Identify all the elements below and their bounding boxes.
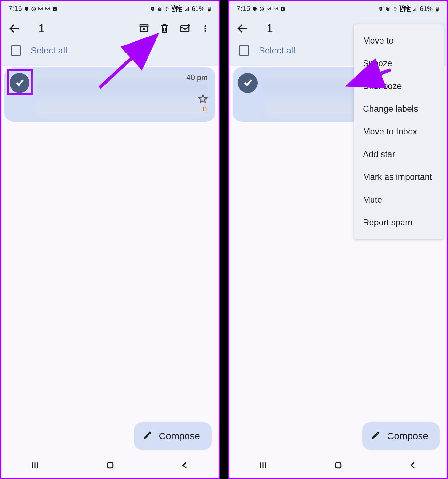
system-nav-bar <box>1 453 219 478</box>
svg-point-16 <box>204 25 206 27</box>
more-button[interactable] <box>197 20 213 37</box>
pencil-icon <box>371 430 381 442</box>
svg-rect-7 <box>186 9 187 11</box>
whatsapp-icon <box>31 5 36 12</box>
status-time: 7:15 <box>236 4 250 13</box>
annotation-highlight <box>7 69 33 95</box>
whatsapp-icon <box>259 5 264 12</box>
volte-icon: Vo)LTE <box>171 6 183 11</box>
nav-back-icon[interactable] <box>180 460 190 471</box>
m-icon-2 <box>273 5 278 12</box>
svg-rect-30 <box>417 7 417 11</box>
select-all-label: Select all <box>31 45 67 56</box>
battery-icon <box>435 5 440 12</box>
volte-icon: Vo)LTE <box>399 6 411 11</box>
svg-rect-32 <box>436 9 438 11</box>
picture-icon <box>280 5 285 12</box>
svg-rect-29 <box>416 8 416 11</box>
svg-point-21 <box>253 7 257 11</box>
phone-left: 7:15 <box>0 0 220 479</box>
annotation-arrow-more <box>87 33 167 99</box>
system-nav-bar <box>229 453 447 478</box>
mark-unread-button[interactable] <box>177 20 193 37</box>
svg-point-18 <box>204 30 206 32</box>
screenshot-divider <box>220 0 228 479</box>
svg-rect-6 <box>185 10 186 11</box>
svg-rect-33 <box>437 7 438 7</box>
menu-add-star[interactable]: Add star <box>354 143 444 166</box>
svg-rect-28 <box>414 9 415 11</box>
phone-right: 7:15 Vo)LTE 61% 1 Select all <box>228 0 448 479</box>
back-button[interactable] <box>6 20 22 37</box>
overflow-menu: Move to Snooze Unsnooze Change labels Mo… <box>354 24 444 239</box>
svg-rect-19 <box>107 462 113 468</box>
svg-rect-9 <box>188 7 189 11</box>
svg-rect-14 <box>181 26 189 32</box>
battery-icon <box>206 5 212 12</box>
nav-recents-icon[interactable] <box>258 460 268 471</box>
svg-rect-34 <box>335 462 341 468</box>
nav-home-icon[interactable] <box>105 460 115 471</box>
shield-icon <box>378 5 383 12</box>
chat-icon <box>24 5 29 12</box>
battery-pct: 61% <box>192 5 204 12</box>
svg-point-26 <box>395 11 395 11</box>
svg-rect-12 <box>209 7 210 7</box>
mail-time: 40 pm <box>186 73 208 82</box>
svg-rect-27 <box>413 10 414 11</box>
chat-icon <box>252 5 257 12</box>
nav-home-icon[interactable] <box>333 460 343 471</box>
status-time: 7:15 <box>8 4 22 13</box>
mail-orange-fragment: n <box>203 103 207 113</box>
compose-label: Compose <box>387 431 428 442</box>
wifi-icon <box>392 5 397 12</box>
svg-point-15 <box>188 24 190 26</box>
wifi-icon <box>164 5 169 12</box>
signal-icon <box>185 5 190 12</box>
svg-line-35 <box>354 70 391 83</box>
svg-rect-8 <box>188 8 188 11</box>
svg-point-5 <box>166 11 167 11</box>
menu-move-to[interactable]: Move to <box>354 29 444 52</box>
menu-report-spam[interactable]: Report spam <box>354 211 444 234</box>
compose-button[interactable]: Compose <box>362 422 440 450</box>
svg-point-3 <box>54 8 54 9</box>
pencil-icon <box>143 430 153 442</box>
svg-rect-13 <box>140 25 148 27</box>
svg-point-24 <box>282 8 283 9</box>
mail-list: 40 pm n <box>1 66 219 453</box>
m-icon-2 <box>45 5 50 12</box>
compose-button[interactable]: Compose <box>134 422 212 450</box>
shield-icon <box>150 5 155 12</box>
m-icon-1 <box>38 5 43 12</box>
menu-mark-important[interactable]: Mark as important <box>354 166 444 189</box>
svg-point-17 <box>204 28 206 29</box>
picture-icon <box>52 5 57 12</box>
menu-mute[interactable]: Mute <box>354 189 444 211</box>
checkbox-empty-icon[interactable] <box>239 45 249 56</box>
svg-rect-11 <box>208 9 210 11</box>
svg-point-0 <box>25 7 28 11</box>
compose-label: Compose <box>159 431 200 442</box>
nav-recents-icon[interactable] <box>30 460 40 471</box>
menu-change-labels[interactable]: Change labels <box>354 98 444 120</box>
annotation-arrow-unsnooze <box>349 67 394 91</box>
menu-move-to-inbox[interactable]: Move to Inbox <box>354 120 444 143</box>
svg-line-20 <box>100 39 152 88</box>
alarm-icon <box>157 5 162 12</box>
signal-icon <box>413 5 418 12</box>
svg-point-22 <box>260 7 264 11</box>
select-all-label: Select all <box>259 45 295 56</box>
nav-back-icon[interactable] <box>408 460 418 471</box>
m-icon-1 <box>266 5 271 12</box>
battery-pct: 61% <box>420 5 433 12</box>
status-bar: 7:15 Vo)LTE 61% <box>229 1 447 15</box>
selected-check-icon[interactable] <box>238 73 258 93</box>
back-button[interactable] <box>235 20 251 37</box>
alarm-icon <box>385 5 390 12</box>
status-bar: 7:15 <box>1 1 219 15</box>
checkbox-empty-icon[interactable] <box>11 45 21 56</box>
svg-point-1 <box>32 7 36 11</box>
